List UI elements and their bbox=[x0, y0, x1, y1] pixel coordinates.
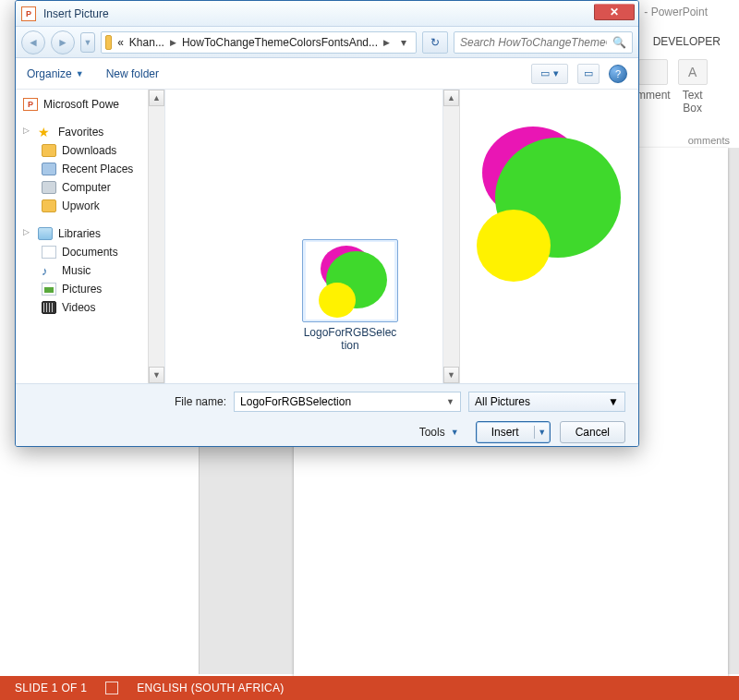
tree-scrollbar[interactable]: ▲ ▼ bbox=[148, 90, 164, 383]
powerpoint-icon bbox=[23, 98, 38, 111]
history-dropdown[interactable]: ▼ bbox=[80, 32, 95, 53]
tree-videos[interactable]: Videos bbox=[19, 298, 161, 317]
tree-libraries[interactable]: ▷Libraries bbox=[19, 224, 161, 243]
scroll-down-icon[interactable]: ▼ bbox=[443, 367, 459, 383]
folder-icon bbox=[42, 199, 56, 212]
ribbon-tab-developer[interactable]: DEVELOPER bbox=[644, 31, 730, 54]
recent-icon bbox=[42, 163, 56, 175]
address-bar[interactable]: « Khan... ▶ HowToChangeThemeColorsFontsA… bbox=[101, 31, 417, 54]
folder-icon bbox=[105, 35, 112, 50]
status-language[interactable]: ENGLISH (SOUTH AFRICA) bbox=[137, 682, 284, 694]
file-item-selected[interactable]: LogoForRGBSelec tion bbox=[302, 239, 398, 352]
scroll-down-icon[interactable]: ▼ bbox=[149, 367, 164, 383]
dialog-body: Microsoft Powe ▷★Favorites Downloads Rec… bbox=[16, 90, 638, 383]
view-mode-button[interactable]: ▭ ▾ bbox=[531, 64, 568, 84]
chevron-right-icon[interactable]: ▶ bbox=[383, 38, 390, 47]
file-name-label: LogoForRGBSelec tion bbox=[302, 326, 398, 352]
filename-dropdown-icon[interactable]: ▼ bbox=[446, 397, 454, 406]
search-input[interactable] bbox=[460, 36, 607, 49]
folder-icon bbox=[42, 144, 56, 157]
filename-label: File name: bbox=[175, 395, 226, 408]
dialog-footer: File name: LogoForRGBSelection ▼ All Pic… bbox=[16, 383, 638, 446]
navigation-bar: ◄ ► ▼ « Khan... ▶ HowToChangeThemeColors… bbox=[16, 27, 638, 58]
scroll-up-icon[interactable]: ▲ bbox=[443, 90, 459, 106]
status-bar: SLIDE 1 OF 1 ENGLISH (SOUTH AFRICA) bbox=[0, 676, 739, 700]
app-title: - PowerPoint bbox=[644, 6, 708, 18]
chevron-right-icon[interactable]: ▷ bbox=[23, 126, 32, 139]
dialog-titlebar[interactable]: P Insert Picture ✕ bbox=[16, 1, 638, 27]
textbox-icon bbox=[678, 59, 708, 85]
tree-recent-places[interactable]: Recent Places bbox=[19, 160, 161, 178]
circle-yellow bbox=[319, 283, 356, 318]
breadcrumb-1[interactable]: Khan... bbox=[129, 36, 164, 49]
tree-music[interactable]: ♪Music bbox=[19, 261, 161, 280]
ribbon-comment[interactable]: mment bbox=[636, 59, 671, 102]
circle-yellow bbox=[477, 210, 551, 282]
libraries-icon bbox=[38, 227, 53, 240]
ribbon-group: mment Text Box bbox=[628, 54, 739, 135]
search-icon[interactable]: 🔍 bbox=[612, 36, 626, 49]
search-box[interactable]: 🔍 bbox=[454, 31, 633, 54]
computer-icon bbox=[42, 181, 56, 194]
videos-icon bbox=[42, 301, 56, 314]
dialog-title: Insert Picture bbox=[43, 7, 109, 20]
preview-scrollbar[interactable]: ▲ ▼ bbox=[443, 90, 460, 383]
organize-menu[interactable]: Organize▼ bbox=[27, 67, 84, 80]
document-icon bbox=[42, 246, 56, 259]
chevron-right-icon[interactable]: ▶ bbox=[170, 38, 176, 47]
address-dropdown[interactable]: ▾ bbox=[395, 36, 412, 49]
preview-pane: ▲ ▼ bbox=[442, 90, 638, 383]
tools-menu[interactable]: Tools▼ bbox=[419, 426, 459, 439]
tree-upwork[interactable]: Upwork bbox=[19, 197, 161, 215]
breadcrumb-2[interactable]: HowToChangeThemeColorsFontsAnd... bbox=[182, 36, 378, 49]
pictures-icon bbox=[42, 283, 56, 296]
forward-button[interactable]: ► bbox=[51, 30, 75, 54]
insert-button[interactable]: Insert ▼ bbox=[476, 421, 551, 443]
preview-image bbox=[469, 127, 630, 296]
spellcheck-icon[interactable] bbox=[105, 682, 118, 694]
tree-pictures[interactable]: Pictures bbox=[19, 280, 161, 298]
insert-picture-dialog: P Insert Picture ✕ ◄ ► ▼ « Khan... ▶ How… bbox=[15, 0, 639, 447]
tree-downloads[interactable]: Downloads bbox=[19, 141, 161, 160]
navigation-tree[interactable]: Microsoft Powe ▷★Favorites Downloads Rec… bbox=[16, 90, 165, 383]
file-list[interactable]: LogoForRGBSelec tion bbox=[165, 90, 442, 383]
dialog-toolbar: Organize▼ New folder ▭ ▾ ▭ ? bbox=[16, 58, 638, 90]
music-icon: ♪ bbox=[42, 264, 56, 277]
tree-documents[interactable]: Documents bbox=[19, 243, 161, 261]
star-icon: ★ bbox=[38, 126, 53, 139]
filename-input[interactable]: LogoForRGBSelection ▼ bbox=[234, 392, 461, 412]
cancel-button[interactable]: Cancel bbox=[560, 421, 625, 443]
chevron-down-icon: ▼ bbox=[608, 395, 619, 408]
comment-icon bbox=[638, 59, 668, 85]
preview-pane-button[interactable]: ▭ bbox=[577, 64, 600, 84]
close-button[interactable]: ✕ bbox=[594, 4, 635, 20]
back-button[interactable]: ◄ bbox=[21, 30, 45, 54]
tree-computer[interactable]: Computer bbox=[19, 178, 161, 197]
new-folder-button[interactable]: New folder bbox=[106, 67, 159, 80]
help-button[interactable]: ? bbox=[609, 65, 627, 83]
tree-favorites[interactable]: ▷★Favorites bbox=[19, 123, 161, 141]
powerpoint-icon: P bbox=[21, 6, 36, 21]
insert-dropdown[interactable]: ▼ bbox=[535, 428, 550, 437]
file-thumbnail bbox=[306, 242, 394, 320]
breadcrumb-prefix[interactable]: « bbox=[117, 36, 124, 49]
ribbon-group-label: omments bbox=[688, 135, 730, 146]
refresh-button[interactable]: ↻ bbox=[422, 31, 448, 54]
filetype-filter[interactable]: All Pictures ▼ bbox=[468, 392, 625, 412]
ribbon-textbox[interactable]: Text Box bbox=[678, 59, 708, 115]
tree-ms-powerpoint[interactable]: Microsoft Powe bbox=[19, 95, 161, 114]
scroll-up-icon[interactable]: ▲ bbox=[149, 90, 164, 106]
status-slide-count: SLIDE 1 OF 1 bbox=[15, 682, 87, 694]
chevron-right-icon[interactable]: ▷ bbox=[23, 227, 32, 240]
